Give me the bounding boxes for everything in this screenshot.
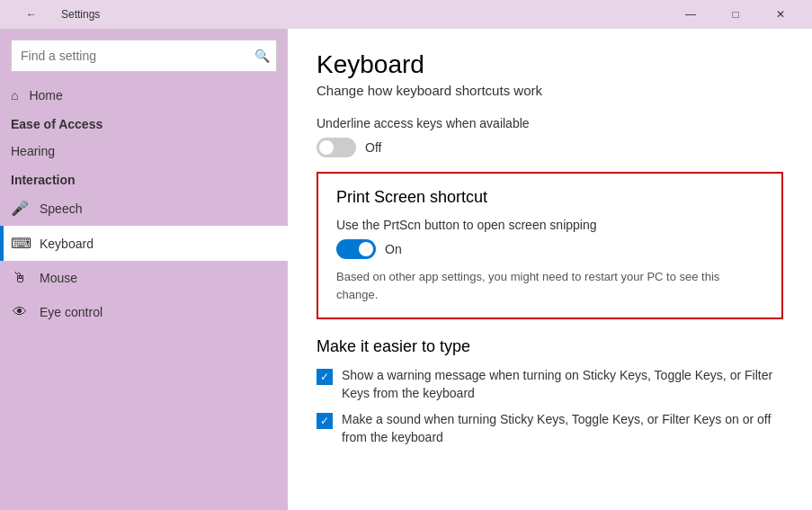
sidebar-item-hearing[interactable]: Hearing [0,135,288,167]
underline-toggle[interactable] [317,138,356,157]
sidebar-item-keyboard[interactable]: ⌨ Keyboard [0,226,288,261]
sidebar: 🔍 ⌂ Home Ease of Access Hearing Interact… [0,29,288,510]
sidebar-item-mouse[interactable]: 🖱 Mouse [0,261,288,295]
title-bar: ← Settings — □ ✕ [0,0,812,29]
print-screen-title: Print Screen shortcut [336,188,763,207]
print-screen-section: Print Screen shortcut Use the PrtScn but… [317,172,783,319]
print-screen-toggle-row: On [336,239,763,259]
page-title: Keyboard [317,50,783,79]
page-subtitle: Change how keyboard shortcuts work [317,83,783,98]
checkbox-label-1: Show a warning message when turning on S… [342,367,783,402]
search-icon[interactable]: 🔍 [254,49,270,63]
eye-control-icon: 👁 [11,304,29,320]
underline-setting-row: Underline access keys when available Off [317,116,783,157]
main-panel: Keyboard Change how keyboard shortcuts w… [288,29,812,510]
ease-of-access-heading: Ease of Access [0,112,288,135]
mouse-icon: 🖱 [11,270,29,286]
search-input[interactable] [11,40,277,72]
checkbox-row-2: ✓ Make a sound when turning Sticky Keys,… [317,411,783,446]
underline-toggle-row: Off [317,138,783,157]
sidebar-item-home[interactable]: ⌂ Home [0,79,288,112]
checkbox-1[interactable]: ✓ [317,369,333,385]
sidebar-item-eye-control[interactable]: 👁 Eye control [0,295,288,329]
eye-control-label: Eye control [40,305,103,319]
app-body: 🔍 ⌂ Home Ease of Access Hearing Interact… [0,29,812,510]
underline-toggle-knob [319,140,334,155]
checkbox-row-1: ✓ Show a warning message when turning on… [317,367,783,402]
title-bar-left: ← Settings [11,0,100,29]
speech-icon: 🎤 [11,200,29,217]
keyboard-label: Keyboard [40,237,94,251]
print-screen-note: Based on other app settings, you might n… [336,268,763,303]
app-title: Settings [61,8,100,21]
minimize-button[interactable]: — [670,0,711,29]
checkbox-label-2: Make a sound when turning Sticky Keys, T… [342,411,783,446]
speech-label: Speech [40,201,82,216]
checkbox-2[interactable]: ✓ [317,413,333,429]
underline-setting-label: Underline access keys when available [317,116,783,130]
print-screen-toggle-label: On [385,242,402,256]
print-screen-toggle[interactable] [336,239,376,259]
mouse-label: Mouse [40,271,77,285]
home-icon: ⌂ [11,88,18,103]
underline-toggle-label: Off [365,140,381,155]
close-button[interactable]: ✕ [760,0,801,29]
home-label: Home [29,88,62,103]
print-screen-setting-label: Use the PrtScn button to open screen sni… [336,218,763,232]
hearing-label: Hearing [11,144,55,158]
interaction-heading: Interaction [0,167,288,191]
back-button[interactable]: ← [11,0,52,29]
window-controls: — □ ✕ [670,0,801,29]
make-easier-title: Make it easier to type [317,337,783,356]
sidebar-item-speech[interactable]: 🎤 Speech [0,191,288,226]
keyboard-icon: ⌨ [11,235,29,252]
print-screen-toggle-knob [359,242,373,256]
maximize-button[interactable]: □ [715,0,756,29]
search-container: 🔍 [11,40,277,72]
active-bar [0,226,4,261]
